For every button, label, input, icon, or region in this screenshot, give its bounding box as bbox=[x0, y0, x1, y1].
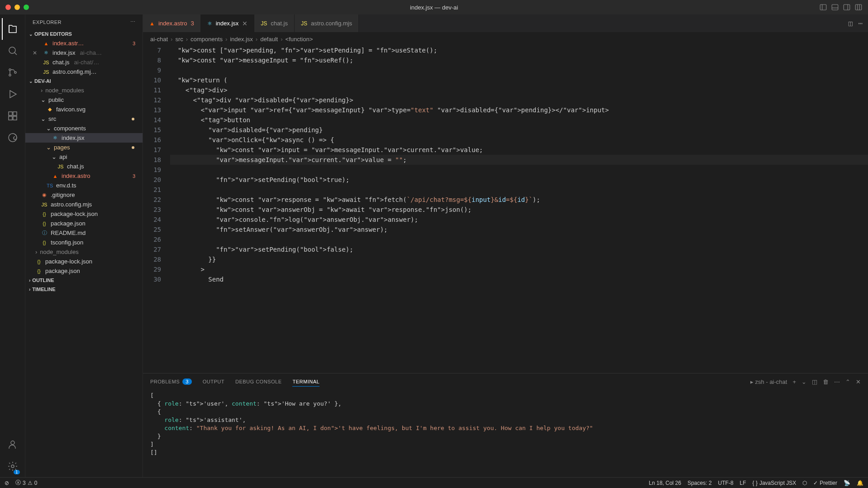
window-controls bbox=[5, 5, 29, 10]
terminal-dropdown-icon[interactable]: ⌄ bbox=[801, 378, 806, 385]
eslint-status[interactable]: ⬡ bbox=[802, 480, 807, 486]
panel-bottom-icon[interactable] bbox=[831, 3, 839, 11]
prettier-status[interactable]: ✓ Prettier bbox=[813, 480, 837, 486]
editor-tab[interactable]: JSastro.config.mjs bbox=[295, 14, 359, 32]
edge-icon[interactable] bbox=[2, 127, 24, 148]
file-item[interactable]: ◉.gitignore bbox=[25, 190, 143, 200]
panel-right-icon[interactable] bbox=[843, 3, 851, 11]
file-item[interactable]: ▲index.astro3 bbox=[25, 171, 143, 181]
breadcrumb-item[interactable]: ai-chat bbox=[150, 36, 168, 43]
terminal-more-icon[interactable]: ⋯ bbox=[834, 378, 840, 385]
file-item[interactable]: {}package-lock.json bbox=[25, 209, 143, 219]
file-item[interactable]: {}package-lock.json bbox=[25, 257, 143, 266]
editor-group: ▲index.astro3⚛index.jsx✕JSchat.jsJSastro… bbox=[143, 14, 868, 477]
explorer-icon[interactable] bbox=[2, 18, 24, 40]
open-editor-item[interactable]: ✕⚛index.jsxai-cha… bbox=[25, 48, 143, 57]
notifications-icon[interactable]: 🔔 bbox=[857, 480, 863, 486]
file-item[interactable]: ⓘREADME.md bbox=[25, 228, 143, 238]
layout-icon[interactable] bbox=[854, 3, 863, 11]
maximize-window-button[interactable] bbox=[24, 5, 29, 10]
indentation-status[interactable]: Spaces: 2 bbox=[687, 480, 711, 486]
folder-item[interactable]: ⌄ public bbox=[25, 95, 143, 105]
sidebar-more-icon[interactable]: ⋯ bbox=[130, 19, 136, 25]
tab-actions: ◫ ⋯ bbox=[843, 14, 868, 32]
new-terminal-icon[interactable]: + bbox=[792, 378, 796, 385]
open-editors-section[interactable]: ⌄OPEN EDITORS bbox=[25, 29, 143, 38]
file-item[interactable]: TSenv.d.ts bbox=[25, 181, 143, 190]
svg-point-12 bbox=[9, 74, 11, 76]
timeline-section[interactable]: ›TIMELINE bbox=[25, 285, 143, 294]
svg-rect-2 bbox=[832, 5, 838, 10]
folder-item[interactable]: › node_modules bbox=[25, 86, 143, 95]
errors-status[interactable]: ⓧ 3 ⚠ 0 bbox=[15, 479, 37, 487]
editor-tabs: ▲index.astro3⚛index.jsx✕JSchat.jsJSastro… bbox=[143, 14, 868, 33]
editor-tab[interactable]: ⚛index.jsx✕ bbox=[201, 14, 255, 32]
file-item[interactable]: JSastro.config.mjs bbox=[25, 200, 143, 209]
remote-indicator[interactable]: ⊘ bbox=[5, 480, 9, 486]
sidebar: EXPLORER ⋯ ⌄OPEN EDITORS ▲index.astr…3✕⚛… bbox=[25, 14, 143, 477]
folder-item[interactable]: ⌄ components bbox=[25, 124, 143, 133]
encoding-status[interactable]: UTF-8 bbox=[718, 480, 734, 486]
search-icon[interactable] bbox=[2, 40, 24, 62]
svg-point-20 bbox=[11, 441, 14, 445]
sidebar-title: EXPLORER bbox=[33, 19, 62, 25]
account-icon[interactable] bbox=[2, 434, 24, 455]
file-item[interactable]: {}package.json bbox=[25, 219, 143, 228]
feedback-icon[interactable]: 📡 bbox=[844, 480, 850, 486]
folder-item[interactable]: ⌄ src bbox=[25, 114, 143, 124]
extensions-icon[interactable] bbox=[2, 105, 24, 127]
settings-badge: 1 bbox=[14, 470, 19, 474]
svg-line-10 bbox=[14, 53, 17, 55]
breadcrumb-item[interactable]: index.jsx bbox=[230, 36, 253, 43]
file-tree: › node_modules⌄ public◆favicon.svg⌄ src⌄… bbox=[25, 86, 143, 276]
open-editor-item[interactable]: JSchat.jsai-chat/… bbox=[25, 57, 143, 67]
svg-rect-0 bbox=[820, 5, 826, 10]
code-content[interactable]: "kw">const ["var">pending, "fn">"var">se… bbox=[170, 45, 868, 373]
breadcrumb-item[interactable]: components bbox=[191, 36, 223, 43]
activity-bar: 1 bbox=[0, 14, 25, 477]
open-editor-item[interactable]: JSastro.config.mj… bbox=[25, 67, 143, 77]
close-window-button[interactable] bbox=[5, 5, 11, 10]
code-editor[interactable]: 7891011121314151617181920212223242526272… bbox=[143, 45, 868, 373]
terminal-content[interactable]: [ { role: "ts">'user', content: "ts">'Ho… bbox=[143, 390, 868, 477]
problems-tab[interactable]: PROBLEMS3 bbox=[150, 377, 192, 386]
minimize-window-button[interactable] bbox=[14, 5, 20, 10]
more-actions-icon[interactable]: ⋯ bbox=[858, 19, 863, 28]
editor-tab[interactable]: ▲index.astro3 bbox=[143, 14, 201, 32]
breadcrumb-item[interactable]: default bbox=[260, 36, 278, 43]
eol-status[interactable]: LF bbox=[740, 480, 746, 486]
breadcrumb-item[interactable]: <function> bbox=[286, 36, 313, 43]
folder-item[interactable]: › node_modules bbox=[25, 247, 143, 257]
file-item[interactable]: ⚛index.jsx bbox=[25, 133, 143, 143]
close-panel-icon[interactable]: ✕ bbox=[856, 378, 861, 385]
file-item[interactable]: ◆favicon.svg bbox=[25, 105, 143, 114]
folder-item[interactable]: ⌄ pages bbox=[25, 143, 143, 152]
open-editor-item[interactable]: ▲index.astr…3 bbox=[25, 38, 143, 48]
editor-tab[interactable]: JSchat.js bbox=[254, 14, 295, 32]
folder-item[interactable]: ⌄ api bbox=[25, 152, 143, 162]
breadcrumb[interactable]: ai-chat›src›components›index.jsx›default… bbox=[143, 33, 868, 45]
output-tab[interactable]: OUTPUT bbox=[203, 377, 224, 386]
file-item[interactable]: {}tsconfig.json bbox=[25, 238, 143, 247]
file-item[interactable]: {}package.json bbox=[25, 266, 143, 276]
language-mode[interactable]: { } JavaScript JSX bbox=[753, 480, 796, 486]
breadcrumb-item[interactable]: src bbox=[175, 36, 183, 43]
cursor-position[interactable]: Ln 18, Col 26 bbox=[649, 480, 681, 486]
panel-left-icon[interactable] bbox=[819, 3, 827, 11]
run-debug-icon[interactable] bbox=[2, 83, 24, 105]
split-editor-icon[interactable]: ◫ bbox=[849, 19, 853, 28]
file-item[interactable]: JSchat.js bbox=[25, 162, 143, 171]
split-terminal-icon[interactable]: ◫ bbox=[812, 378, 817, 385]
settings-gear-icon[interactable]: 1 bbox=[2, 455, 24, 477]
maximize-panel-icon[interactable]: ⌃ bbox=[845, 378, 850, 385]
source-control-icon[interactable] bbox=[2, 62, 24, 83]
line-gutter: 7891011121314151617181920212223242526272… bbox=[143, 45, 170, 373]
terminal-tab[interactable]: TERMINAL bbox=[292, 377, 320, 387]
kill-terminal-icon[interactable]: 🗑 bbox=[823, 378, 829, 385]
project-section[interactable]: ⌄DEV-AI bbox=[25, 77, 143, 86]
outline-section[interactable]: ›OUTLINE bbox=[25, 276, 143, 285]
window-title: index.jsx — dev-ai bbox=[410, 4, 458, 11]
debug-console-tab[interactable]: DEBUG CONSOLE bbox=[235, 377, 281, 386]
svg-rect-18 bbox=[13, 116, 17, 120]
terminal-profile[interactable]: ▸ zsh - ai-chat bbox=[750, 378, 787, 385]
